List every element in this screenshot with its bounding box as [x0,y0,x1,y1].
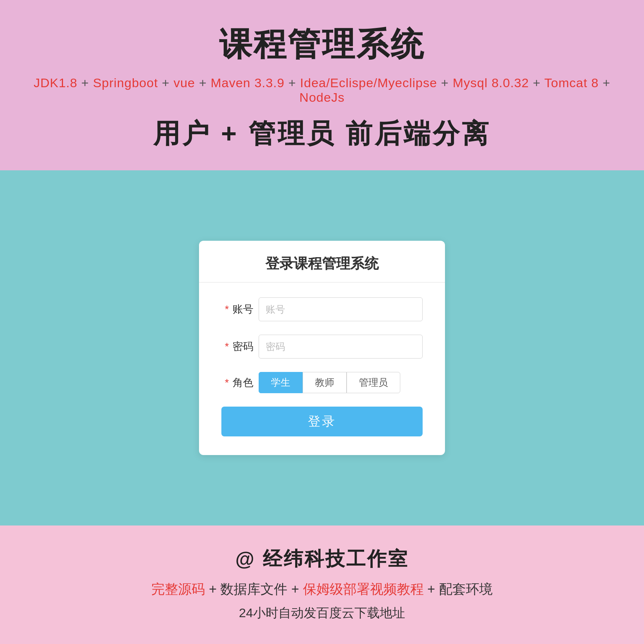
role-student-button[interactable]: 学生 [259,372,303,393]
page-wrapper: 课程管理系统 JDK1.8 + Springboot + vue + Maven… [0,0,644,644]
role-label-text: 角色 [233,377,253,388]
tech-maven: Maven 3.3.9 [211,76,284,90]
login-button[interactable]: 登录 [221,407,423,436]
password-label-text: 密码 [233,341,253,352]
main-title: 课程管理系统 [15,22,629,67]
tech-ide: Idea/Eclispe/Myeclipse [300,76,437,90]
tech-vue: vue [174,76,195,90]
feature-source: 完整源码 [151,581,205,597]
password-required-mark: * [225,341,229,352]
feature-db: 数据库文件 [220,581,287,597]
role-admin-button[interactable]: 管理员 [347,372,400,393]
feature-video: 保姆级部署视频教程 [303,581,424,597]
account-label: * 账号 [221,302,259,316]
login-btn-row: 登录 [199,407,445,436]
tech-jdk: JDK1.8 [34,76,78,90]
feature-env: 配套环境 [439,581,493,597]
role-teacher-button[interactable]: 教师 [303,372,347,393]
password-row: * 密码 [221,335,423,359]
studio-name: @ 经纬科技工作室 [15,546,629,572]
top-section: 课程管理系统 JDK1.8 + Springboot + vue + Maven… [0,0,644,170]
tech-nodejs: NodeJs [299,90,344,104]
subtitle: 用户 + 管理员 前后端分离 [15,116,629,152]
account-label-text: 账号 [233,303,253,315]
features-line: 完整源码 + 数据库文件 + 保姆级部署视频教程 + 配套环境 [15,580,629,599]
login-card: 登录课程管理系统 * 账号 * 密码 [199,241,445,455]
account-required-mark: * [225,303,229,315]
tech-springboot: Springboot [93,76,158,90]
tech-stack: JDK1.8 + Springboot + vue + Maven 3.3.9 … [15,76,629,105]
password-label: * 密码 [221,340,259,354]
login-form: * 账号 * 密码 * 角色 [199,286,445,393]
account-row: * 账号 [221,297,423,321]
tech-tomcat: Tomcat 8 [544,76,599,90]
account-input[interactable] [259,297,423,321]
role-required-mark: * [225,377,229,388]
password-input[interactable] [259,335,423,359]
middle-section: 登录课程管理系统 * 账号 * 密码 [0,170,644,525]
role-group: 学生 教师 管理员 [259,372,400,393]
bottom-section: @ 经纬科技工作室 完整源码 + 数据库文件 + 保姆级部署视频教程 + 配套环… [0,525,644,644]
tech-mysql: Mysql 8.0.32 [453,76,529,90]
login-card-header: 登录课程管理系统 [199,241,445,282]
role-row: * 角色 学生 教师 管理员 [221,372,423,393]
role-label: * 角色 [221,376,259,390]
download-line: 24小时自动发百度云下载地址 [15,604,629,622]
